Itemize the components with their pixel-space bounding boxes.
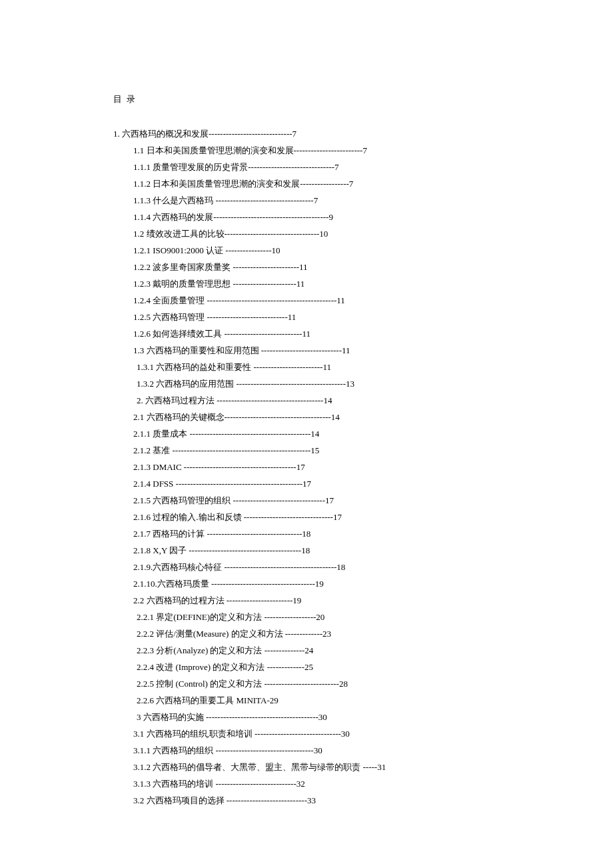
toc-entry: 2.1 六西格玛的关键概念---------------------------…	[113, 409, 500, 425]
toc-entry: 1.1.3 什么是六西格玛 --------------------------…	[113, 192, 500, 209]
toc-entry: 3.1.1 六西格玛的组织 --------------------------…	[113, 742, 500, 759]
toc-entry: 3 六西格玛的实施 ------------------------------…	[113, 709, 500, 725]
toc-entry: 1.2.5 六西格玛管理 ---------------------------…	[113, 309, 500, 325]
toc-entry: 2.1.6 过程的输入.输出和反馈 ----------------------…	[113, 509, 500, 525]
toc-entry: 1.2.6 如何选择绩效工具 -------------------------…	[113, 325, 500, 342]
toc-entry: 1.2.3 戴明的质量管理思想 ----------------------11	[113, 275, 500, 292]
toc-entry: 3.2 六西格玛项目的选择 --------------------------…	[113, 792, 500, 809]
toc-entry: 2.1.5 六西格玛管理的组织 ------------------------…	[113, 492, 500, 509]
toc-entry: 1.2.2 波多里奇国家质量奖 -----------------------1…	[113, 259, 500, 275]
toc-entry: 2.2.5 控制 (Control) 的定义和方法 --------------…	[113, 675, 500, 692]
toc-entry: 2.1.10.六西格玛质量 --------------------------…	[113, 575, 500, 592]
toc-entry: 1.3 六西格玛的重要性和应用范围 ----------------------…	[113, 342, 500, 359]
page-content: 目 录 1. 六西格玛的概况和发展-----------------------…	[0, 0, 613, 849]
toc-entry: 3.1 六西格玛的组织,职责和培训 ----------------------…	[113, 725, 500, 742]
toc-entry: 2.1.4 DFSS -----------------------------…	[113, 475, 500, 492]
toc-list: 1. 六西格玛的概况和发展---------------------------…	[113, 125, 500, 809]
toc-entry: 3.1.3 六西格玛的培训 --------------------------…	[113, 775, 500, 792]
toc-entry: 1.2 绩效改进工具的比较---------------------------…	[113, 225, 500, 242]
toc-entry: 2.2.4 改进 (Improve) 的定义和方法 -------------2…	[113, 659, 500, 675]
toc-entry: 1.1 日本和美国质量管理思潮的演变和发展-------------------…	[113, 142, 500, 159]
toc-entry: 3.1.2 六西格玛的倡导者、大黑带、盟主、黑带与绿带的职责 -----31	[113, 759, 500, 775]
toc-entry: 1.1.2 日本和美国质量管理思潮的演变和发展-----------------…	[113, 175, 500, 192]
toc-entry: 1.2.1 ISO9001:2000 认证 ----------------10	[113, 242, 500, 259]
toc-entry: 2.1.3 DMAIC ----------------------------…	[113, 459, 500, 475]
toc-entry: 2.1.9.六西格玛核心特征 -------------------------…	[113, 559, 500, 575]
toc-entry: 1.3.1 六西格玛的益处和重要性 ----------------------…	[113, 359, 500, 375]
toc-entry: 2. 六西格玛过程方法 ----------------------------…	[113, 392, 500, 409]
toc-entry: 2.1.1 质量成本 -----------------------------…	[113, 425, 500, 442]
toc-entry: 2.2 六西格玛的过程方法 -----------------------19	[113, 592, 500, 609]
toc-entry: 2.1.2 基准 -------------------------------…	[113, 442, 500, 459]
toc-entry: 2.2.3 分析(Analyze) 的定义和方法 --------------2…	[113, 642, 500, 659]
toc-entry: 2.1.8 X,Y 因子 ---------------------------…	[113, 542, 500, 559]
toc-entry: 2.2.1 界定(DEFINE)的定义和方法 -----------------…	[113, 609, 500, 625]
toc-entry: 1.1.4 六西格玛的发展---------------------------…	[113, 209, 500, 225]
toc-entry: 2.2.6 六西格玛的重要工具 MINITA-29	[113, 692, 500, 709]
toc-entry: 2.1.7 西格玛的计算 ---------------------------…	[113, 525, 500, 542]
toc-entry: 1.1.1 质量管理发展的历史背景-----------------------…	[113, 159, 500, 175]
toc-entry: 1. 六西格玛的概况和发展---------------------------…	[113, 125, 500, 142]
toc-entry: 1.3.2 六西格玛的应用范围 ------------------------…	[113, 375, 500, 392]
toc-title: 目 录	[113, 93, 500, 105]
toc-entry: 2.2.2 评估/测量(Measure) 的定义和方法 ------------…	[113, 625, 500, 642]
toc-entry: 1.2.4 全面质量管理 ---------------------------…	[113, 292, 500, 309]
